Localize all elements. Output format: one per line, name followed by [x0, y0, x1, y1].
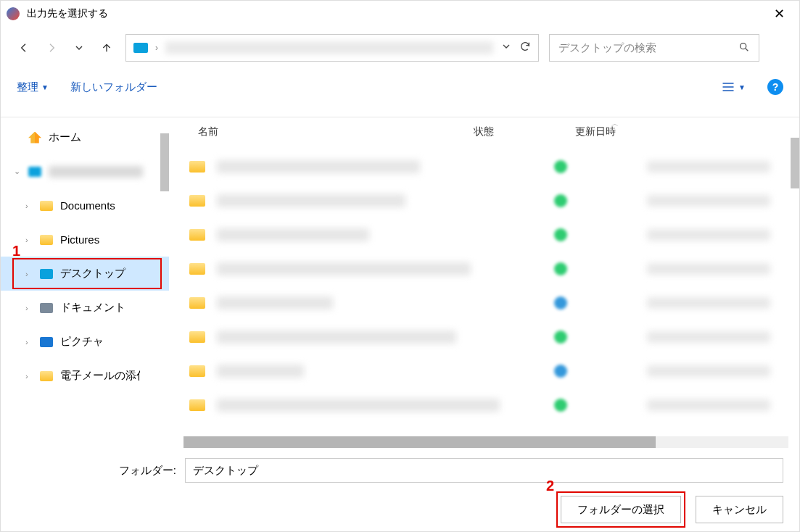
status-badge: [554, 296, 567, 309]
list-item[interactable]: [169, 252, 799, 286]
list-item[interactable]: [169, 286, 799, 320]
file-name: [217, 194, 405, 207]
address-path: [165, 41, 493, 54]
breadcrumb-separator-icon: ›: [155, 43, 158, 53]
search-icon: [738, 41, 750, 55]
tree-label: [49, 166, 143, 178]
list-item[interactable]: [169, 217, 799, 252]
column-name[interactable]: 名前: [169, 125, 474, 138]
folder-icon: [189, 161, 205, 173]
tree-label: ドキュメント: [60, 301, 125, 315]
folder-icon: [40, 201, 53, 211]
desktop-icon: [40, 269, 53, 279]
tree-item-home[interactable]: ホーム: [1, 120, 169, 154]
file-name: [217, 262, 471, 275]
document-icon: [40, 303, 53, 313]
chevron-right-icon[interactable]: ›: [25, 304, 33, 312]
status-badge: [554, 331, 567, 344]
folder-icon: [189, 331, 205, 343]
file-name: [217, 331, 456, 344]
cancel-button[interactable]: キャンセル: [696, 496, 783, 523]
folder-icon: [189, 263, 205, 275]
horizontal-scrollbar[interactable]: [183, 436, 788, 448]
folder-name-input[interactable]: [185, 458, 783, 483]
refresh-button[interactable]: [519, 41, 531, 55]
tree-label: Pictures: [60, 233, 99, 246]
list-item[interactable]: [169, 388, 799, 422]
tree-item-pictures[interactable]: › Pictures: [1, 223, 169, 257]
tree-item-account[interactable]: ⌄: [1, 154, 169, 188]
column-headers: 名前 状態 ︿更新日時: [169, 117, 799, 146]
file-name: [217, 296, 333, 309]
view-options-button[interactable]: ▼: [721, 80, 746, 94]
chevron-right-icon[interactable]: ›: [25, 270, 33, 278]
folder-icon: [189, 195, 205, 207]
chevron-right-icon[interactable]: ›: [25, 372, 33, 381]
file-name: [217, 365, 304, 378]
tree-item-email-attach[interactable]: › 電子メールの添付: [1, 359, 169, 393]
file-name: [217, 228, 369, 241]
picture-icon: [40, 337, 53, 347]
list-item[interactable]: [169, 149, 799, 183]
tree-label: デスクトップ: [60, 267, 125, 280]
close-button[interactable]: ✕: [764, 6, 793, 22]
file-date: [647, 365, 770, 377]
chevron-right-icon[interactable]: ›: [25, 201, 33, 210]
chevron-right-icon[interactable]: ›: [25, 236, 33, 244]
location-folder-icon: [133, 43, 148, 53]
window-title: 出力先を選択する: [27, 7, 764, 20]
tree-item-pictures-jp[interactable]: › ピクチャ: [1, 325, 169, 359]
tree-item-desktop[interactable]: › デスクトップ: [1, 257, 169, 291]
organize-button[interactable]: 整理▼: [17, 80, 49, 94]
cloud-icon: [28, 167, 41, 177]
status-badge: [554, 194, 567, 207]
help-button[interactable]: ?: [767, 79, 783, 95]
file-name: [217, 160, 420, 173]
dialog-footer: フォルダー: フォルダーの選択 キャンセル: [1, 448, 799, 531]
tree-label: ピクチャ: [60, 335, 104, 349]
folder-icon: [40, 235, 53, 245]
tree-label: 電子メールの添付: [60, 369, 140, 383]
status-badge: [554, 399, 567, 412]
tree-label: ホーム: [49, 130, 81, 144]
new-folder-button[interactable]: 新しいフォルダー: [70, 80, 157, 94]
chevron-down-icon[interactable]: ⌄: [14, 167, 21, 176]
list-item[interactable]: [169, 320, 799, 354]
home-icon: [28, 132, 41, 144]
up-button[interactable]: [98, 39, 115, 57]
app-icon: [7, 7, 20, 20]
file-list: 名前 状態 ︿更新日時: [169, 117, 799, 448]
folder-icon: [189, 399, 205, 411]
search-placeholder: デスクトップの検索: [558, 41, 656, 55]
folder-field-label: フォルダー:: [17, 464, 176, 478]
select-folder-button[interactable]: フォルダーの選択: [561, 496, 681, 523]
title-bar: 出力先を選択する ✕: [1, 1, 799, 26]
tree-item-documents[interactable]: › Documents: [1, 188, 169, 223]
vertical-scrollbar[interactable]: [791, 138, 799, 188]
folder-icon: [189, 365, 205, 377]
list-item[interactable]: [169, 354, 799, 388]
status-badge: [554, 262, 567, 275]
back-button[interactable]: [15, 39, 33, 57]
file-name: [217, 399, 500, 412]
recent-dropdown-icon[interactable]: [70, 39, 88, 57]
column-status[interactable]: 状態: [474, 125, 568, 138]
sort-up-icon: ︿: [611, 119, 619, 129]
search-input[interactable]: デスクトップの検索: [549, 34, 759, 62]
list-item[interactable]: [169, 183, 799, 217]
file-date: [647, 229, 770, 241]
folder-icon: [189, 229, 205, 241]
tree-item-documents-jp[interactable]: › ドキュメント: [1, 291, 169, 325]
file-date: [647, 195, 770, 207]
file-date: [647, 297, 770, 309]
chevron-right-icon[interactable]: ›: [25, 338, 33, 346]
svg-point-0: [741, 43, 746, 49]
address-dropdown-icon[interactable]: [500, 41, 512, 55]
status-badge: [554, 160, 567, 173]
sidebar-scrollbar[interactable]: [160, 133, 169, 191]
status-badge: [554, 365, 567, 378]
column-date[interactable]: ︿更新日時: [568, 125, 799, 138]
navigation-bar: › デスクトップの検索: [1, 26, 799, 70]
address-bar[interactable]: ›: [125, 34, 539, 62]
forward-button[interactable]: [43, 39, 60, 57]
